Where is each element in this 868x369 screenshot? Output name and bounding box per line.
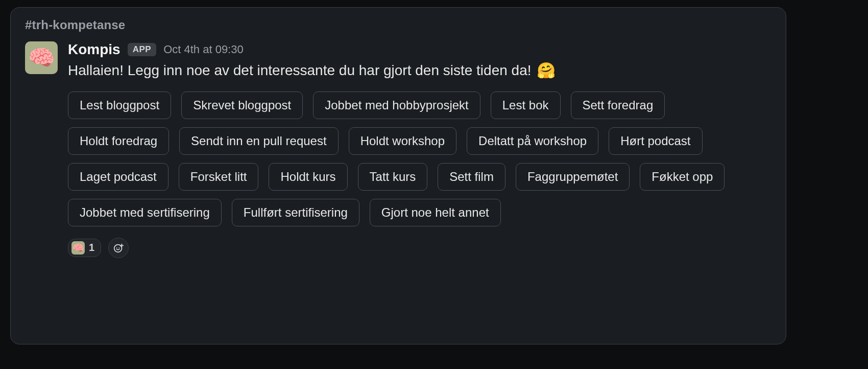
action-button-18[interactable]: Fullført sertifisering (232, 199, 359, 226)
smile-plus-icon (113, 242, 124, 253)
channel-name[interactable]: #trh-kompetanse (25, 18, 771, 32)
action-button-16[interactable]: Føkket opp (640, 163, 725, 191)
action-button-12[interactable]: Holdt kurs (269, 163, 347, 191)
action-button-6[interactable]: Sendt inn en pull request (179, 127, 339, 155)
action-button-5[interactable]: Holdt foredrag (68, 127, 169, 155)
action-button-0[interactable]: Lest bloggpost (68, 91, 171, 119)
action-button-9[interactable]: Hørt podcast (609, 127, 702, 155)
action-button-14[interactable]: Sett film (438, 163, 505, 191)
action-button-7[interactable]: Holdt workshop (349, 127, 456, 155)
action-button-3[interactable]: Lest bok (491, 91, 561, 119)
timestamp[interactable]: Oct 4th at 09:30 (163, 43, 244, 56)
action-button-1[interactable]: Skrevet bloggpost (181, 91, 303, 119)
action-button-11[interactable]: Forsket litt (179, 163, 259, 191)
message: 🧠 Kompis APP Oct 4th at 09:30 Hallaien! … (25, 41, 771, 258)
reaction-count: 1 (89, 242, 94, 253)
action-button-19[interactable]: Gjort noe helt annet (370, 199, 501, 226)
avatar[interactable]: 🧠 (25, 41, 58, 74)
message-header: Kompis APP Oct 4th at 09:30 (68, 41, 771, 58)
action-button-15[interactable]: Faggruppemøtet (516, 163, 630, 191)
action-buttons: Lest bloggpostSkrevet bloggpostJobbet me… (68, 91, 762, 226)
author-name[interactable]: Kompis (68, 41, 120, 58)
action-button-17[interactable]: Jobbet med sertifisering (68, 199, 222, 226)
app-badge: APP (128, 43, 156, 56)
action-button-13[interactable]: Tatt kurs (358, 163, 428, 191)
action-button-10[interactable]: Laget podcast (68, 163, 168, 191)
svg-point-1 (116, 247, 117, 248)
reaction-emoji: 🧠 (71, 241, 85, 255)
add-reaction-button[interactable] (108, 238, 129, 258)
action-button-8[interactable]: Deltatt på workshop (467, 127, 598, 155)
message-body: Hallaien! Legg inn noe av det interessan… (68, 61, 771, 80)
message-content: Kompis APP Oct 4th at 09:30 Hallaien! Le… (68, 41, 771, 258)
avatar-emoji: 🧠 (25, 41, 58, 74)
action-button-2[interactable]: Jobbet med hobbyprosjekt (313, 91, 480, 119)
svg-point-2 (119, 247, 120, 248)
reaction-pill[interactable]: 🧠 1 (68, 239, 101, 257)
reactions-row: 🧠 1 (68, 238, 771, 258)
message-text: Hallaien! Legg inn noe av det interessan… (68, 61, 532, 80)
message-card: #trh-kompetanse 🧠 Kompis APP Oct 4th at … (10, 7, 786, 344)
action-button-4[interactable]: Sett foredrag (571, 91, 665, 119)
hug-emoji: 🤗 (537, 63, 556, 78)
